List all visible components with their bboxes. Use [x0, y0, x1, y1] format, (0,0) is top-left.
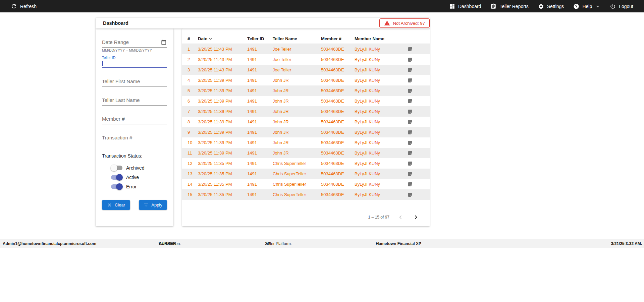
note-icon[interactable]	[408, 99, 413, 104]
error-switch[interactable]	[111, 183, 123, 190]
transaction-number-input[interactable]	[102, 133, 167, 143]
toggle-error[interactable]: Error	[111, 182, 167, 191]
current-datetime: 3/21/25 3:32 AM.	[611, 239, 642, 248]
workstation-info: Workstation: KURRER	[159, 239, 176, 248]
cell-member-name: ByLyJI KUNy	[355, 99, 408, 104]
cell-teller-id: 1491	[247, 161, 273, 166]
member-number-input[interactable]	[102, 114, 167, 124]
close-icon	[107, 202, 112, 207]
toggle-active[interactable]: Active	[111, 173, 167, 182]
cell-notes	[408, 57, 430, 62]
table-row[interactable]: 8 3/20/25 11:39 PM 1491 John JR 5034463D…	[182, 117, 430, 127]
note-icon[interactable]	[408, 140, 413, 145]
next-page-button[interactable]	[412, 213, 420, 222]
note-icon[interactable]	[408, 150, 413, 156]
cell-member-number: 5034463DE	[321, 57, 355, 62]
toggle-archived[interactable]: Archived	[111, 163, 167, 173]
cell-teller-name: Joe Teller	[273, 67, 321, 72]
teller-id-field	[102, 60, 167, 68]
cell-notes	[408, 140, 430, 145]
nav-teller-reports[interactable]: Teller Reports	[486, 0, 533, 12]
cell-member-name: ByLyJI KUNy	[355, 67, 408, 72]
table-row[interactable]: 7 3/20/25 11:39 PM 1491 John JR 5034463D…	[182, 106, 430, 117]
note-icon[interactable]	[408, 47, 413, 52]
cell-teller-id: 1491	[247, 99, 273, 104]
table-row[interactable]: 5 3/20/25 11:39 PM 1491 John JR 5034463D…	[182, 85, 430, 96]
fi-info: FI: Hometown Financial XP	[376, 239, 421, 248]
nav-settings[interactable]: Settings	[533, 0, 569, 12]
nav-settings-label: Settings	[547, 4, 564, 9]
cell-row-number: 2	[187, 57, 198, 62]
table-row[interactable]: 12 3/20/25 11:35 PM 1491 Chris SuperTell…	[182, 158, 430, 169]
cell-teller-name: Chris SuperTeller	[273, 182, 321, 187]
cell-member-name: ByLyJI KUNy	[355, 171, 408, 176]
table-row[interactable]: 10 3/20/25 11:39 PM 1491 John JR 5034463…	[182, 137, 430, 148]
note-icon[interactable]	[408, 130, 413, 135]
cell-row-number: 9	[187, 130, 198, 135]
table-row[interactable]: 4 3/20/25 11:39 PM 1491 John JR 5034463D…	[182, 75, 430, 85]
table-row[interactable]: 14 3/20/25 11:35 PM 1491 Chris SuperTell…	[182, 179, 430, 189]
col-number: #	[187, 36, 198, 41]
table-row[interactable]: 9 3/20/25 11:39 PM 1491 John JR 5034463D…	[182, 127, 430, 137]
archived-switch[interactable]	[111, 165, 123, 171]
cell-teller-id: 1491	[247, 109, 273, 114]
chevron-right-icon	[412, 214, 420, 221]
teller-last-name-input[interactable]	[102, 95, 167, 106]
active-switch[interactable]	[111, 174, 123, 181]
cell-teller-name: John JR	[273, 150, 321, 156]
cell-row-number: 12	[187, 161, 198, 166]
teller-id-label: Teller ID	[102, 56, 167, 60]
teller-first-name-input[interactable]	[102, 76, 167, 87]
date-range-input[interactable]	[102, 37, 167, 48]
nav-dashboard[interactable]: Dashboard	[444, 0, 486, 12]
cell-member-name: ByLyJI KUNy	[355, 192, 408, 197]
note-icon[interactable]	[408, 171, 413, 177]
table-row[interactable]: 11 3/20/25 11:39 PM 1491 John JR 5034463…	[182, 148, 430, 158]
cell-member-name: ByLyJI KUNy	[355, 119, 408, 124]
cell-row-number: 7	[187, 109, 198, 114]
cell-notes	[408, 88, 430, 94]
cell-notes	[408, 119, 430, 125]
clear-button[interactable]: Clear	[102, 200, 130, 210]
note-icon[interactable]	[408, 192, 413, 197]
note-icon[interactable]	[408, 161, 413, 166]
dashboard-icon	[449, 3, 455, 9]
cell-member-number: 5034463DE	[321, 99, 355, 104]
teller-id-input[interactable]	[102, 60, 167, 68]
table-row[interactable]: 2 3/20/25 11:43 PM 1491 Joe Teller 50344…	[182, 54, 430, 65]
table-row[interactable]: 6 3/20/25 11:39 PM 1491 John JR 5034463D…	[182, 96, 430, 106]
note-icon[interactable]	[408, 119, 413, 125]
cell-teller-id: 1491	[247, 78, 273, 83]
cell-teller-id: 1491	[247, 67, 273, 72]
cell-notes	[408, 161, 430, 166]
note-icon[interactable]	[408, 109, 413, 114]
nav-help[interactable]: Help	[569, 0, 605, 12]
cell-member-number: 5034463DE	[321, 88, 355, 93]
cell-teller-id: 1491	[247, 171, 273, 176]
pagination-range-label: 1 – 15 of 97	[368, 215, 389, 220]
note-icon[interactable]	[408, 57, 413, 62]
cell-member-name: ByLyJI KUNy	[355, 182, 408, 187]
cell-teller-name: Chris SuperTeller	[273, 192, 321, 197]
note-icon[interactable]	[408, 78, 413, 83]
cell-member-number: 5034463DE	[321, 182, 355, 187]
note-icon[interactable]	[408, 88, 413, 94]
note-icon[interactable]	[408, 182, 413, 187]
cell-date: 3/20/25 11:35 PM	[198, 171, 247, 176]
calendar-icon[interactable]	[161, 40, 166, 45]
note-icon[interactable]	[408, 67, 413, 73]
cell-row-number: 10	[187, 140, 198, 145]
table-row[interactable]: 13 3/20/25 11:35 PM 1491 Chris SuperTell…	[182, 169, 430, 179]
refresh-button[interactable]: Refresh	[6, 0, 41, 12]
archived-toggle-label: Archived	[126, 165, 144, 171]
nav-logout[interactable]: Logout	[605, 0, 638, 12]
cell-teller-name: John JR	[273, 88, 321, 93]
col-date-sort[interactable]: Date	[198, 36, 247, 41]
cell-teller-id: 1491	[247, 140, 273, 145]
table-row[interactable]: 3 3/20/25 11:43 PM 1491 Joe Teller 50344…	[182, 65, 430, 75]
table-row[interactable]: 15 3/20/25 11:35 PM 1491 Chris SuperTell…	[182, 189, 430, 200]
table-row[interactable]: 1 3/20/25 11:43 PM 1491 Joe Teller 50344…	[182, 44, 430, 54]
cell-row-number: 3	[187, 67, 198, 72]
member-number-field	[102, 114, 167, 124]
apply-button[interactable]: Apply	[139, 200, 167, 210]
